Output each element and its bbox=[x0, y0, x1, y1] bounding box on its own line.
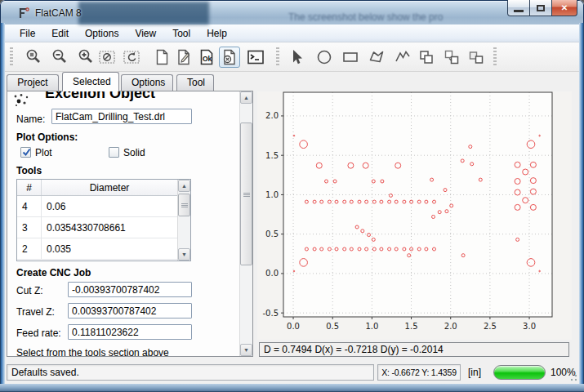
toolbar-grip[interactable] bbox=[493, 47, 497, 67]
menu-file[interactable]: File bbox=[11, 26, 43, 41]
polyline-tool-icon[interactable] bbox=[392, 47, 413, 68]
svg-text:0.0: 0.0 bbox=[265, 269, 279, 278]
feed-rate-input[interactable] bbox=[68, 324, 192, 340]
toolbar: Ok bbox=[5, 42, 579, 72]
menu-help[interactable]: Help bbox=[198, 26, 235, 41]
tools-table-scroll-thumb[interactable] bbox=[178, 194, 190, 216]
titlebar[interactable]: The screenshot below show the pro FlatCA… bbox=[0, 0, 584, 24]
svg-text:0.5: 0.5 bbox=[265, 229, 279, 238]
close-button[interactable]: ✕ bbox=[551, 0, 577, 16]
select-tool-icon[interactable] bbox=[286, 47, 307, 68]
app-icon bbox=[17, 7, 30, 20]
replot-icon[interactable] bbox=[121, 47, 142, 68]
minimize-button[interactable] bbox=[507, 0, 530, 16]
menubar: FileEditOptionsViewToolHelp bbox=[5, 24, 579, 42]
travel-z-label: Travel Z: bbox=[16, 306, 55, 318]
tools-hint: Select from the tools section above bbox=[16, 347, 169, 356]
measurement-text: D = 0.7494 D(x) = -0.7218 D(y) = -0.2014 bbox=[264, 344, 444, 355]
cut-z-input[interactable] bbox=[68, 282, 192, 297]
solid-checkbox[interactable] bbox=[109, 147, 119, 158]
status-message: Defaults saved. bbox=[11, 367, 79, 378]
table-cell[interactable]: 0.035 bbox=[42, 238, 177, 259]
excellon-object-panel: Excellon Object Name: Plot Options: Plot… bbox=[7, 91, 239, 356]
scroll-down-icon[interactable]: ▼ bbox=[178, 248, 190, 261]
close-icon: ✕ bbox=[561, 3, 568, 12]
zoom-fit-icon[interactable] bbox=[23, 47, 44, 68]
feed-rate-label: Feed rate: bbox=[16, 327, 61, 339]
plot-canvas[interactable]: 0.00.51.01.52.02.53.0-0.50.00.51.01.52.0 bbox=[257, 91, 572, 340]
accept-object-icon[interactable]: Ok bbox=[196, 47, 217, 68]
rectangle-tool-icon[interactable] bbox=[340, 47, 361, 68]
zoom-out-icon[interactable] bbox=[49, 47, 70, 68]
status-message-box: Defaults saved. bbox=[7, 364, 374, 381]
table-row[interactable]: 20.035 bbox=[17, 238, 177, 260]
resize-grip-icon[interactable] bbox=[568, 372, 577, 381]
delete-object-icon[interactable] bbox=[219, 47, 240, 68]
tools-table-scrollbar[interactable]: ▲ ▼ bbox=[177, 180, 190, 261]
paste-tool-icon[interactable] bbox=[466, 47, 487, 68]
table-row[interactable]: 40.06 bbox=[17, 196, 177, 217]
shell-icon[interactable] bbox=[245, 47, 266, 68]
tools-label: Tools bbox=[16, 165, 42, 176]
tab-tool[interactable]: Tool bbox=[176, 74, 214, 91]
copy-tool-icon[interactable] bbox=[416, 47, 437, 68]
tabbar: ProjectSelectedOptionsTool bbox=[5, 72, 579, 91]
menu-tool[interactable]: Tool bbox=[164, 26, 198, 41]
panel-scrollbar[interactable]: ▲ ▼ bbox=[239, 91, 252, 356]
svg-text:1.0: 1.0 bbox=[365, 322, 378, 331]
table-header-number[interactable]: # bbox=[17, 180, 42, 195]
clear-plot-icon[interactable] bbox=[96, 47, 118, 68]
tab-project[interactable]: Project bbox=[7, 74, 59, 91]
tab-selected[interactable]: Selected bbox=[62, 72, 119, 91]
cut-z-label: Cut Z: bbox=[16, 285, 43, 296]
window-controls: ✕ bbox=[508, 0, 577, 16]
tools-table[interactable]: #Diameter 40.0630.035433070866120.035 ▲ … bbox=[16, 179, 191, 261]
panel-scroll-thumb[interactable] bbox=[240, 122, 252, 265]
statusbar: Defaults saved. X: -0.6672 Y: 1.4359 [in… bbox=[5, 360, 579, 385]
coordinates-text: X: -0.6672 Y: 1.4359 bbox=[381, 368, 457, 377]
titlebar-ghost-blob bbox=[78, 2, 209, 24]
name-input[interactable] bbox=[51, 109, 192, 124]
svg-text:1.0: 1.0 bbox=[265, 190, 279, 199]
menu-view[interactable]: View bbox=[127, 26, 164, 41]
tab-options[interactable]: Options bbox=[121, 74, 173, 91]
svg-text:2.0: 2.0 bbox=[265, 111, 279, 120]
svg-text:1.5: 1.5 bbox=[405, 322, 418, 331]
window-border-left bbox=[0, 23, 5, 384]
table-cell[interactable]: 2 bbox=[17, 238, 42, 259]
name-label: Name: bbox=[16, 114, 45, 125]
polygon-tool-icon[interactable] bbox=[366, 47, 387, 68]
travel-z-input[interactable] bbox=[68, 303, 192, 318]
tools-table-body: 40.0630.035433070866120.035 bbox=[17, 196, 177, 260]
zoom-in-icon[interactable] bbox=[75, 47, 96, 68]
drill-pattern-icon bbox=[12, 92, 32, 112]
svg-text:3.0: 3.0 bbox=[523, 322, 536, 331]
toolbar-grip[interactable] bbox=[276, 47, 279, 67]
scroll-up-icon[interactable]: ▲ bbox=[240, 91, 252, 104]
svg-text:0.0: 0.0 bbox=[287, 322, 300, 331]
menu-edit[interactable]: Edit bbox=[43, 26, 77, 41]
window-border-bottom bbox=[0, 384, 584, 392]
svg-text:2.0: 2.0 bbox=[444, 322, 457, 331]
progress-bar bbox=[493, 365, 546, 380]
move-tool-icon[interactable] bbox=[441, 47, 462, 68]
table-cell[interactable]: 3 bbox=[17, 217, 42, 238]
circle-tool-icon[interactable] bbox=[314, 47, 335, 68]
minimize-icon bbox=[514, 10, 524, 12]
new-file-icon[interactable] bbox=[151, 47, 172, 68]
edit-file-icon[interactable] bbox=[173, 47, 194, 68]
table-cell[interactable]: 4 bbox=[17, 196, 42, 216]
plot-options-label: Plot Options: bbox=[16, 131, 78, 143]
table-cell[interactable]: 0.0354330708661 bbox=[42, 217, 177, 238]
plot-checkbox[interactable] bbox=[20, 147, 31, 158]
menu-options[interactable]: Options bbox=[77, 26, 127, 41]
toolbar-grip[interactable] bbox=[10, 47, 13, 67]
scroll-down-icon[interactable]: ▼ bbox=[240, 344, 252, 356]
maximize-button[interactable] bbox=[529, 0, 552, 16]
table-cell[interactable]: 0.06 bbox=[42, 196, 177, 216]
titlebar-ghost-text: The screenshot below show the pro bbox=[288, 11, 533, 23]
table-header-diameter[interactable]: Diameter bbox=[42, 180, 177, 195]
scroll-up-icon[interactable]: ▲ bbox=[178, 180, 190, 192]
flatcam-window: The screenshot below show the pro FlatCA… bbox=[0, 0, 584, 392]
table-row[interactable]: 30.0354330708661 bbox=[17, 217, 177, 238]
